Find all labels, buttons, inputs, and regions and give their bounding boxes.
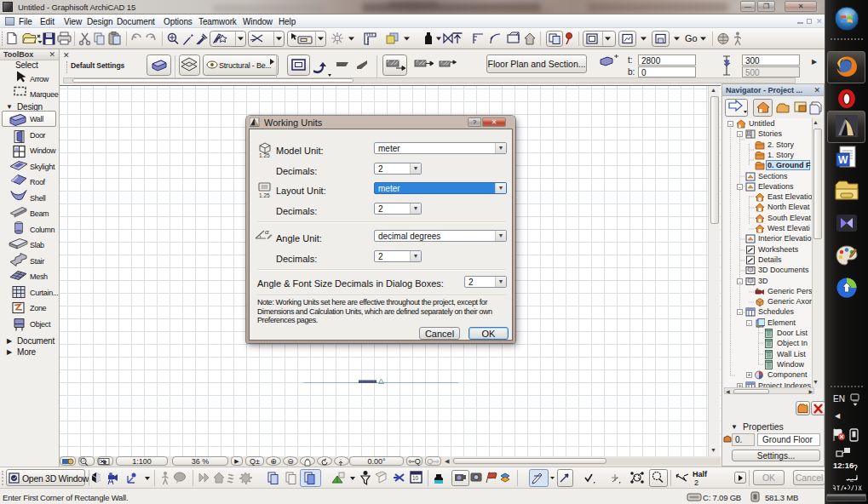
- svg-text:W: W: [838, 154, 848, 166]
- svg-text:10: 10: [412, 475, 419, 481]
- svg-text:α: α: [265, 228, 269, 236]
- svg-text:Go: Go: [685, 33, 698, 43]
- svg-text:2: 2: [694, 478, 698, 487]
- svg-text:Structural - Be...: Structural - Be...: [219, 61, 271, 70]
- svg-text:Half: Half: [693, 470, 708, 478]
- svg-text:1,25: 1,25: [259, 192, 270, 198]
- svg-text:1,25: 1,25: [259, 152, 270, 158]
